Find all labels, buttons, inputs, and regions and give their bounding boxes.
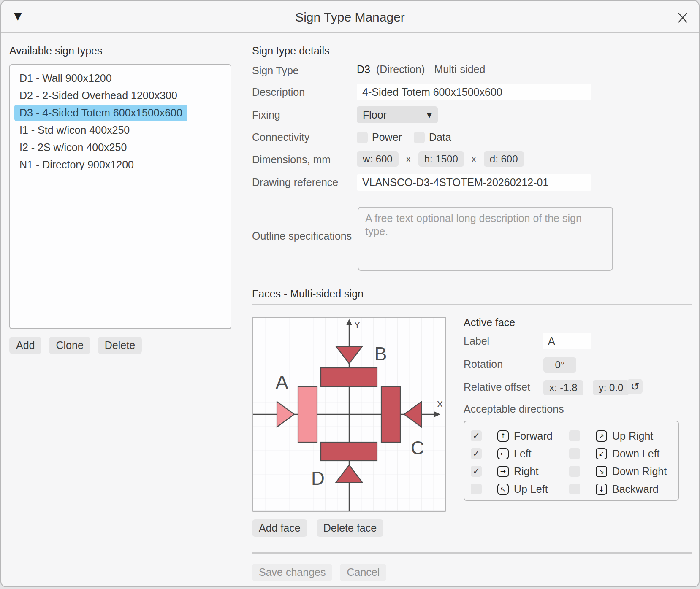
face-c-rect[interactable] bbox=[381, 386, 400, 442]
acceptable-directions-box: ✓ ↑ Forward ↗ Up Right ✓ ← Left ↙ Down L… bbox=[464, 421, 679, 501]
save-changes-button[interactable]: Save changes bbox=[252, 564, 332, 581]
width-value[interactable]: w: 600 bbox=[357, 151, 399, 167]
up-right-checkbox[interactable] bbox=[569, 430, 580, 441]
direction-option-down-left: ↙ Down Left bbox=[569, 448, 678, 460]
power-checkbox[interactable] bbox=[357, 132, 368, 143]
sign-type-category: (Direction) - Multi-sided bbox=[376, 63, 485, 75]
connectivity-label: Connectivity bbox=[252, 130, 309, 144]
direction-label: Left bbox=[514, 448, 532, 460]
direction-label: Down Right bbox=[612, 465, 667, 478]
arrow-down-left-icon: ↙ bbox=[596, 448, 607, 459]
direction-option-up-left: ↖ Up Left bbox=[471, 483, 569, 495]
right-checkbox[interactable]: ✓ bbox=[471, 466, 482, 477]
sign-type-value: D3(Direction) - Multi-sided bbox=[357, 63, 485, 76]
face-b-rect[interactable] bbox=[321, 368, 377, 386]
down-left-checkbox[interactable] bbox=[569, 448, 580, 459]
close-icon[interactable] bbox=[677, 12, 689, 24]
relative-offset-values: x: -1.8 y: 0.0 bbox=[543, 380, 629, 395]
delete-button[interactable]: Delete bbox=[98, 337, 142, 354]
direction-label: Up Right bbox=[612, 430, 653, 442]
sign-type-listbox[interactable]: D1 - Wall 900x1200 D2 - 2-Sided Overhead… bbox=[9, 64, 231, 329]
down-right-checkbox[interactable] bbox=[569, 466, 580, 477]
fixing-select[interactable]: Floor ▼ bbox=[357, 106, 438, 123]
face-label-label: Label bbox=[464, 334, 489, 348]
check-icon: ✓ bbox=[472, 431, 480, 441]
relative-offset-label: Relative offset bbox=[464, 380, 530, 394]
chevron-down-icon: ▼ bbox=[427, 111, 432, 119]
data-checkbox[interactable] bbox=[414, 132, 425, 143]
add-button[interactable]: Add bbox=[9, 337, 41, 354]
cancel-button[interactable]: Cancel bbox=[340, 564, 386, 581]
sign-type-label: Sign Type bbox=[252, 63, 299, 78]
face-a-label: A bbox=[276, 372, 288, 392]
direction-label: Up Left bbox=[514, 483, 548, 495]
y-axis-label: Y bbox=[354, 320, 360, 330]
active-face-heading: Active face bbox=[464, 316, 515, 329]
reset-offset-button[interactable]: ↺ bbox=[627, 379, 643, 394]
direction-label: Backward bbox=[612, 483, 659, 495]
data-checkbox-label: Data bbox=[429, 131, 451, 143]
outline-specifications-label: Outline specifications bbox=[252, 229, 352, 243]
faces-diagram: X Y A B C D bbox=[253, 318, 445, 511]
direction-option-down-right: ↘ Down Right bbox=[569, 465, 678, 478]
arrow-down-right-icon: ↘ bbox=[596, 466, 607, 477]
connectivity-options: Power Data bbox=[357, 131, 451, 143]
fixing-label: Fixing bbox=[252, 108, 280, 122]
face-a-rect[interactable] bbox=[298, 386, 317, 442]
face-d-label: D bbox=[311, 468, 325, 489]
dialog-title: Sign Type Manager bbox=[1, 10, 699, 24]
rotation-value[interactable]: 0° bbox=[543, 357, 576, 373]
description-input[interactable] bbox=[357, 84, 591, 100]
dimensions-label: Dimensions, mm bbox=[252, 152, 331, 167]
arrow-right-icon: → bbox=[497, 466, 509, 477]
list-item-i2[interactable]: I2 - 2S w/icon 400x250 bbox=[14, 139, 132, 156]
list-item-d1[interactable]: D1 - Wall 900x1200 bbox=[14, 70, 117, 86]
direction-label: Down Left bbox=[612, 448, 660, 460]
direction-option-backward: ↓ Backward bbox=[569, 483, 678, 495]
direction-option-right: ✓ → Right bbox=[471, 465, 569, 478]
faces-canvas[interactable]: X Y A B C D bbox=[252, 317, 446, 512]
direction-label: Right bbox=[514, 465, 538, 478]
undo-rotate-icon: ↺ bbox=[631, 381, 640, 393]
face-b-label: B bbox=[374, 343, 387, 364]
list-item-i1[interactable]: I1 - Std w/icon 400x250 bbox=[14, 122, 135, 138]
description-label: Description bbox=[252, 85, 305, 99]
backward-checkbox[interactable] bbox=[569, 484, 580, 494]
add-face-button[interactable]: Add face bbox=[252, 519, 307, 537]
arrow-up-left-icon: ↖ bbox=[497, 484, 509, 495]
footer-divider bbox=[252, 552, 692, 554]
list-item-d3-selected[interactable]: D3 - 4-Sided Totem 600x1500x600 bbox=[14, 105, 187, 121]
clone-button[interactable]: Clone bbox=[49, 337, 90, 354]
arrow-left-icon: ← bbox=[497, 448, 509, 459]
outline-specifications-textarea[interactable] bbox=[358, 207, 613, 271]
face-label-input[interactable] bbox=[543, 333, 591, 349]
available-sign-types-heading: Available sign types bbox=[9, 45, 103, 57]
direction-option-forward: ✓ ↑ Forward bbox=[471, 430, 569, 442]
arrow-up-icon: ↑ bbox=[497, 430, 509, 442]
forward-checkbox[interactable]: ✓ bbox=[471, 430, 482, 441]
sign-type-details-heading: Sign type details bbox=[252, 45, 329, 57]
left-checkbox[interactable]: ✓ bbox=[471, 448, 482, 459]
offset-y-value[interactable]: y: 0.0 bbox=[593, 380, 629, 395]
direction-label: Forward bbox=[514, 430, 553, 442]
list-item-n1[interactable]: N1 - Directory 900x1200 bbox=[14, 157, 139, 173]
depth-value[interactable]: d: 600 bbox=[484, 151, 524, 167]
face-c-label: C bbox=[411, 438, 424, 458]
arrow-up-right-icon: ↗ bbox=[596, 430, 607, 442]
dimension-separator: x bbox=[472, 154, 476, 165]
delete-face-button[interactable]: Delete face bbox=[317, 519, 383, 537]
fixing-select-value: Floor bbox=[363, 109, 387, 121]
height-value[interactable]: h: 1500 bbox=[418, 151, 464, 167]
direction-option-up-right: ↗ Up Right bbox=[569, 430, 678, 442]
dimensions-values: w: 600 x h: 1500 x d: 600 bbox=[357, 151, 524, 167]
up-left-checkbox[interactable] bbox=[471, 484, 482, 494]
face-d-rect[interactable] bbox=[321, 442, 377, 461]
check-icon: ✓ bbox=[472, 449, 480, 459]
check-icon: ✓ bbox=[472, 466, 480, 476]
acceptable-directions-heading: Acceptable directions bbox=[464, 402, 564, 416]
offset-x-value[interactable]: x: -1.8 bbox=[543, 380, 583, 395]
drawing-reference-input[interactable] bbox=[357, 174, 591, 191]
list-item-d2[interactable]: D2 - 2-Sided Overhead 1200x300 bbox=[14, 87, 182, 104]
sign-type-code: D3 bbox=[357, 63, 370, 75]
rotation-label: Rotation bbox=[464, 357, 503, 371]
